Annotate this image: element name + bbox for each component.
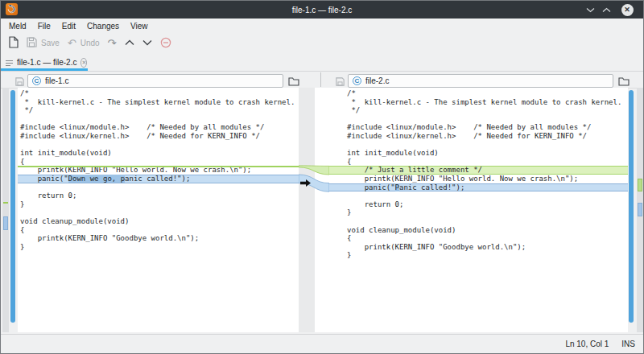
menu-file[interactable]: File <box>38 22 51 31</box>
insert-point-line <box>18 166 299 167</box>
code-line: void cleanup_module(void) <box>329 226 628 235</box>
diff-map-insert-mark <box>638 179 642 191</box>
redo-icon: ↷ <box>108 38 117 48</box>
pane1-browse-button[interactable] <box>287 75 301 88</box>
left-scrollbar-thumb[interactable] <box>10 90 15 323</box>
previous-change-icon <box>125 39 134 47</box>
code-line: * kill-kernel.c - The simplest kernel mo… <box>329 98 628 107</box>
pane2-filename-entry[interactable]: C file-2.c <box>348 74 613 88</box>
c-source-icon: C <box>32 76 41 85</box>
code-line: /* <box>329 89 628 98</box>
next-change-icon <box>142 39 152 47</box>
left-diff-map[interactable] <box>2 88 9 332</box>
code-line: #include <linux/kernel.h> /* Needed for … <box>329 132 628 141</box>
c-source-icon: C <box>353 76 361 85</box>
code-line <box>18 115 299 124</box>
tab-label: file-1.c — file-2.c <box>17 58 76 67</box>
save-icon <box>27 37 37 49</box>
code-line: } <box>329 251 628 260</box>
new-comparison-button[interactable] <box>9 36 19 50</box>
code-line: /* <box>18 89 299 98</box>
left-scrollbar[interactable] <box>10 88 17 332</box>
new-comparison-icon <box>9 36 19 50</box>
code-line: */ <box>329 106 628 115</box>
code-line: */ <box>18 106 299 115</box>
previous-change-button[interactable] <box>125 39 134 47</box>
code-line: { <box>329 158 628 167</box>
menubar: Meld File Edit Changes View <box>1 19 643 33</box>
code-line: /* Just a little comment */ <box>329 166 628 175</box>
chunk-link-curves <box>299 88 329 332</box>
code-line: } <box>329 208 628 217</box>
code-line: * kill-kernel.c - The simplest kernel mo… <box>18 98 299 107</box>
code-line: { <box>18 226 299 235</box>
pane1-code: /* * kill-kernel.c - The simplest kernel… <box>18 89 299 251</box>
code-line: } <box>18 200 299 209</box>
code-line <box>18 183 299 192</box>
code-line <box>329 115 628 124</box>
pane1-textview[interactable]: /* * kill-kernel.c - The simplest kernel… <box>18 88 299 332</box>
tab-diff-icon <box>6 56 13 70</box>
menu-changes[interactable]: Changes <box>87 22 119 31</box>
pane-splitter[interactable] <box>320 72 321 87</box>
code-line <box>329 217 628 226</box>
stop-button[interactable] <box>160 37 171 50</box>
tab-close-icon[interactable]: ✕ <box>80 58 87 68</box>
insert-mode-indicator: INS <box>621 340 635 348</box>
close-icon[interactable]: ✕ <box>621 3 634 16</box>
code-line: return 0; <box>329 200 628 209</box>
code-line: { <box>18 158 299 167</box>
diff-map-replace-mark <box>638 203 642 216</box>
code-line: int init_module(void) <box>18 149 299 158</box>
code-line: #include <linux/module.h> /* Needed by a… <box>18 123 299 132</box>
code-line: { <box>329 234 628 243</box>
code-line <box>18 141 299 150</box>
code-line: printk(KERN_INFO "Goodbye world.\n"); <box>18 234 299 243</box>
save-button[interactable]: Save <box>27 37 60 49</box>
code-line: int init_module(void) <box>329 149 628 158</box>
code-line: panic("Down we go, panic called!"); <box>18 175 299 183</box>
push-right-icon[interactable] <box>300 175 311 190</box>
pane1-filename-entry[interactable]: C file-1.c <box>27 74 283 88</box>
diff-map-insert-mark <box>3 202 8 204</box>
code-line: } <box>18 243 299 252</box>
stop-icon <box>160 37 171 50</box>
code-line <box>329 141 628 150</box>
cursor-position: Ln 10, Col 1 <box>565 340 609 348</box>
undo-icon: ↶ <box>68 38 76 48</box>
code-line: #include <linux/kernel.h> /* Needed for … <box>18 132 299 141</box>
diff-map-replace-mark <box>3 216 8 230</box>
right-scrollbar-thumb[interactable] <box>629 90 634 323</box>
pane2-browse-button[interactable] <box>617 75 631 88</box>
code-line: printk(KERN_INFO "Goodbye world.\n"); <box>329 243 628 252</box>
menu-edit[interactable]: Edit <box>62 22 76 31</box>
next-change-button[interactable] <box>142 39 152 47</box>
code-line: #include <linux/module.h> /* Needed by a… <box>329 123 628 132</box>
code-line: void cleanup_module(void) <box>18 217 299 226</box>
pane2-save-button[interactable] <box>332 75 347 88</box>
pane1-filename: file-1.c <box>45 76 68 85</box>
pane1-save-button[interactable] <box>12 75 27 88</box>
right-diff-map[interactable] <box>637 88 643 332</box>
meld-window: file-1.c — file-2.c ✕ Meld File Edit Cha… <box>0 0 644 354</box>
window-title: file-1.c — file-2.c <box>1 6 643 14</box>
redo-button[interactable]: ↷ <box>108 38 117 48</box>
pane2-textview[interactable]: /* * kill-kernel.c - The simplest kernel… <box>329 88 628 332</box>
active-tab-indicator <box>1 68 88 71</box>
tabbar: file-1.c — file-2.c ✕ <box>1 53 643 72</box>
code-line: printk(KERN_INFO "Hello world. Now we cr… <box>18 166 299 175</box>
menu-meld[interactable]: Meld <box>9 22 27 31</box>
minimize-icon[interactable] <box>584 3 597 16</box>
code-line: printk(KERN_INFO "Hello world. Now we cr… <box>329 175 628 183</box>
titlebar[interactable]: file-1.c — file-2.c ✕ <box>1 1 643 19</box>
right-scrollbar[interactable] <box>628 88 635 332</box>
statusbar: Ln 10, Col 1 INS <box>1 334 643 353</box>
maximize-icon[interactable] <box>600 3 613 16</box>
undo-button[interactable]: ↶ Undo <box>68 38 100 48</box>
save-label: Save <box>41 39 60 47</box>
pane2-code: /* * kill-kernel.c - The simplest kernel… <box>329 89 628 260</box>
menu-view[interactable]: View <box>130 22 148 31</box>
inline-diff-segment: Down we go, p <box>68 175 125 183</box>
toolbar: Save ↶ Undo ↷ <box>1 33 643 53</box>
undo-label: Undo <box>80 39 100 47</box>
